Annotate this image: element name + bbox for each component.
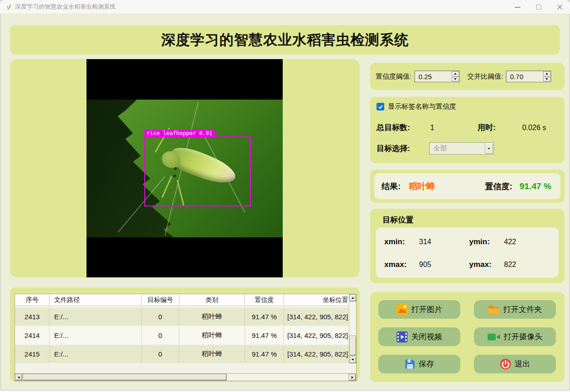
app-leaf-icon xyxy=(5,3,11,10)
image-icon xyxy=(397,304,408,315)
cell-target-id: 0 xyxy=(142,345,179,363)
arrow-down-icon xyxy=(351,359,354,361)
maximize-button[interactable] xyxy=(528,0,549,14)
cell-target-id: 0 xyxy=(142,308,179,326)
table-row[interactable]: 2413 E:/... 0 稻叶蝉 91.47 % [314, 422, 905… xyxy=(15,308,349,326)
minimize-button[interactable] xyxy=(507,0,528,14)
ymax-label: ymax: xyxy=(469,260,504,269)
confidence-threshold-value: 0.25 xyxy=(415,73,432,80)
arrow-up-icon xyxy=(545,73,548,75)
save-button[interactable]: 保存 xyxy=(378,355,460,373)
iou-threshold-spinbox[interactable]: 0.70 xyxy=(506,70,551,82)
app-window: 深度学习的智慧农业水稻害虫检测系统 深度学习的智慧农业水稻害虫检测系统 xyxy=(0,0,570,392)
scroll-left-button[interactable] xyxy=(15,374,22,381)
table-row[interactable]: 2415 E:/... 0 稻叶蝉 91.47 % [314, 422, 905… xyxy=(15,345,349,363)
cell-confidence: 91.47 % xyxy=(245,327,284,344)
cell-coordinates: [314, 422, 905, 822] xyxy=(284,345,349,363)
close-icon xyxy=(557,4,563,10)
video-film-icon xyxy=(397,332,407,342)
cell-class: 稻叶蝉 xyxy=(179,345,245,363)
cell-coordinates: [314, 422, 905, 822] xyxy=(284,308,349,326)
camera-icon xyxy=(488,332,500,342)
column-header-target-id[interactable]: 目标编号 xyxy=(142,294,179,306)
confidence-threshold-label: 置信度阈值: xyxy=(376,72,412,81)
column-header-coordinates[interactable]: 坐标位置 xyxy=(284,294,349,306)
target-position-panel: 目标位置 xmin: 314 ymin: 422 xmax: 905 ymax:… xyxy=(370,209,565,283)
result-box: 结果: 稻叶蝉 置信度: 91.47 % xyxy=(374,173,560,199)
cell-filepath: E:/... xyxy=(50,308,142,326)
close-video-button[interactable]: 关闭视频 xyxy=(378,327,460,346)
cell-index: 2415 xyxy=(15,345,50,363)
confidence-spin-down-button[interactable] xyxy=(452,77,459,82)
thresholds-panel: 置信度阈值: 0.25 交并比阈值: 0.70 xyxy=(370,63,565,90)
detection-image-viewer[interactable]: rice leafhopper 0.91 xyxy=(87,59,283,277)
total-targets-value: 1 xyxy=(424,124,478,132)
window-bottom-edge xyxy=(0,390,570,392)
result-class-name: 稻叶蝉 xyxy=(409,181,435,192)
close-button[interactable] xyxy=(549,0,570,14)
actions-panel: 打开图片 打开文件夹 关闭视频 打开摄像头 xyxy=(370,292,565,382)
open-image-label: 打开图片 xyxy=(412,304,443,315)
target-select-value: 全部 xyxy=(430,144,447,153)
ymin-label: ymin: xyxy=(469,237,504,246)
table-v-scrollbar[interactable] xyxy=(349,294,356,363)
cell-class: 稻叶蝉 xyxy=(179,327,245,344)
iou-spin-down-button[interactable] xyxy=(543,77,550,82)
scroll-up-button[interactable] xyxy=(349,294,356,302)
iou-threshold-label: 交并比阈值: xyxy=(467,72,503,81)
table-row[interactable]: 2414 E:/... 0 稻叶蝉 91.47 % [314, 422, 905… xyxy=(15,327,349,344)
open-folder-button[interactable]: 打开文件夹 xyxy=(474,300,556,319)
v-scrollbar-thumb[interactable] xyxy=(349,336,356,356)
column-header-index[interactable]: 序号 xyxy=(15,294,50,306)
xmax-value: 905 xyxy=(419,261,469,269)
arrow-left-icon xyxy=(18,376,20,379)
open-camera-button[interactable]: 打开摄像头 xyxy=(474,327,556,346)
options-panel: 显示标签名称与置信度 总目标数: 1 用时: 0.026 s 目标选择: 全部 xyxy=(370,97,565,163)
confidence-spin-up-button[interactable] xyxy=(452,71,459,76)
target-position-title: 目标位置 xyxy=(382,215,413,225)
open-folder-label: 打开文件夹 xyxy=(504,304,542,315)
xmax-label: xmax: xyxy=(384,260,419,269)
h-scrollbar-thumb[interactable] xyxy=(23,374,227,381)
power-icon xyxy=(500,358,511,370)
elapsed-time-label: 用时: xyxy=(478,122,510,133)
arrow-down-icon xyxy=(545,78,548,80)
folder-icon xyxy=(488,305,500,315)
total-targets-label: 总目标数: xyxy=(377,122,424,133)
arrow-up-icon xyxy=(351,297,354,299)
results-table: 序号 文件路径 目标编号 类别 置信度 坐标位置 2413 E:/... 0 稻… xyxy=(15,294,356,374)
exit-label: 退出 xyxy=(515,359,530,369)
scroll-right-button[interactable] xyxy=(349,374,356,381)
xmin-label: xmin: xyxy=(384,237,419,246)
column-header-confidence[interactable]: 置信度 xyxy=(245,294,284,306)
detection-label: rice leafhopper 0.91 xyxy=(144,130,215,137)
dropdown-arrow-button[interactable] xyxy=(485,143,493,154)
confidence-threshold-spinbox[interactable]: 0.25 xyxy=(414,70,460,82)
cell-index: 2413 xyxy=(15,308,50,326)
column-header-class[interactable]: 类别 xyxy=(179,294,245,306)
iou-spin-up-button[interactable] xyxy=(543,71,550,76)
open-image-button[interactable]: 打开图片 xyxy=(378,300,460,319)
cell-coordinates: [314, 422, 905, 822] xyxy=(284,327,349,344)
result-confidence-value: 91.47 % xyxy=(519,181,551,191)
show-labels-checkbox-label: 显示标签名称与置信度 xyxy=(388,102,456,111)
cell-filepath: E:/... xyxy=(50,345,142,363)
cell-class: 稻叶蝉 xyxy=(179,308,245,326)
scroll-down-button[interactable] xyxy=(349,356,356,363)
check-icon xyxy=(378,104,383,110)
minimize-icon xyxy=(515,7,520,8)
chevron-down-icon xyxy=(488,148,490,150)
page-title: 深度学习的智慧农业水稻害虫检测系统 xyxy=(161,30,409,50)
ymax-value: 822 xyxy=(504,261,554,269)
exit-button[interactable]: 退出 xyxy=(474,355,556,373)
window-title: 深度学习的智慧农业水稻害虫检测系统 xyxy=(15,3,116,11)
result-label: 结果: xyxy=(382,181,401,192)
results-table-panel: 序号 文件路径 目标编号 类别 置信度 坐标位置 2413 E:/... 0 稻… xyxy=(10,287,360,382)
target-select-dropdown[interactable]: 全部 xyxy=(429,142,494,155)
show-labels-checkbox[interactable] xyxy=(377,103,384,111)
column-header-filepath[interactable]: 文件路径 xyxy=(50,294,142,306)
cell-filepath: E:/... xyxy=(50,327,142,344)
save-label: 保存 xyxy=(419,359,434,369)
arrow-down-icon xyxy=(454,78,457,80)
table-h-scrollbar[interactable] xyxy=(15,374,356,381)
